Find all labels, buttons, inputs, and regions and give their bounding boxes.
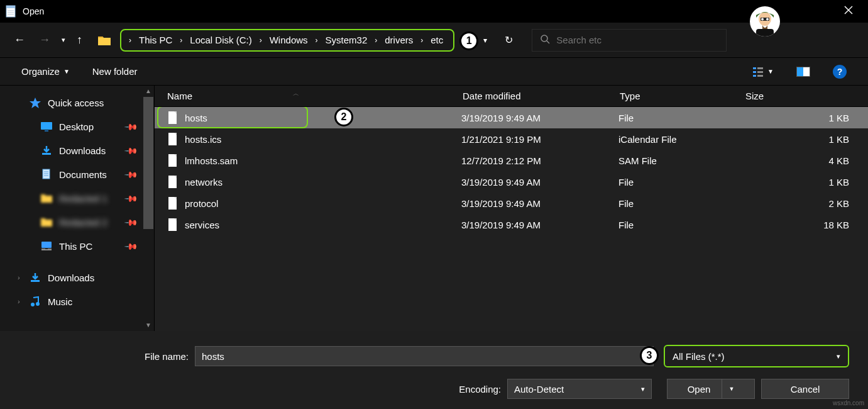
preview-pane-button[interactable] — [796, 67, 810, 77]
sidebar-item-downloads[interactable]: Downloads 📌 — [0, 138, 154, 162]
svg-marker-20 — [30, 98, 41, 108]
file-row[interactable]: hosts.ics1/21/2021 9:19 PMiCalendar File… — [155, 128, 868, 150]
sidebar-section-music[interactable]: › Music — [0, 289, 154, 313]
encoding-value: Auto-Detect — [514, 384, 564, 395]
open-split-dropdown[interactable]: ▼ — [722, 379, 734, 398]
svg-point-9 — [761, 18, 764, 21]
notepad-icon — [5, 4, 18, 18]
file-row[interactable]: lmhosts.sam12/7/2019 2:12 PMSAM File4 KB — [155, 150, 868, 171]
organize-menu[interactable]: Organize ▼ — [21, 66, 70, 77]
svg-rect-34 — [168, 111, 177, 124]
annotation-2: 2 — [334, 108, 353, 126]
search-box[interactable] — [532, 29, 727, 52]
close-button[interactable] — [834, 1, 863, 22]
search-icon — [540, 34, 550, 47]
nav-bar: ← → ▾ ↑ › This PC › Local Disk (C:) › Wi… — [0, 23, 868, 58]
cancel-label: Cancel — [791, 384, 820, 395]
sidebar-item-redacted[interactable]: Redacted 1 📌 — [0, 186, 154, 210]
file-type: File — [618, 177, 744, 188]
filename-input[interactable] — [195, 346, 654, 366]
sidebar: Quick access Desktop 📌 Downloads 📌 Docum… — [0, 86, 155, 331]
watermark: wsxdn.com — [833, 400, 864, 406]
help-button[interactable]: ? — [833, 65, 847, 79]
sidebar-label: Redacted 2 — [59, 217, 107, 228]
window-title: Open — [23, 6, 44, 16]
chevron-right-icon: › — [314, 36, 319, 45]
file-name: networks — [185, 177, 461, 188]
chevron-right-icon: › — [258, 36, 263, 45]
breadcrumb[interactable]: › This PC › Local Disk (C:) › Windows › … — [120, 29, 454, 52]
encoding-select[interactable]: Auto-Detect ▾ — [507, 379, 652, 399]
forward-button[interactable]: → — [35, 31, 54, 49]
file-type: File — [618, 113, 744, 123]
svg-rect-18 — [753, 75, 756, 77]
file-date: 1/21/2021 9:19 PM — [461, 134, 618, 145]
cancel-button[interactable]: Cancel — [761, 379, 849, 399]
history-dropdown[interactable]: ▾ — [60, 36, 67, 44]
svg-rect-28 — [41, 242, 52, 248]
sidebar-quick-access[interactable]: Quick access — [0, 91, 154, 115]
col-size[interactable]: Size — [745, 91, 868, 101]
scroll-down-icon[interactable]: ▼ — [143, 320, 154, 331]
chevron-right-icon: › — [419, 36, 424, 45]
sidebar-label: Downloads — [59, 145, 106, 156]
chevron-down-icon: ▼ — [63, 68, 70, 75]
crumb-drivers[interactable]: drivers — [381, 33, 417, 47]
file-icon — [167, 154, 179, 167]
preview-pane-icon — [796, 67, 810, 77]
file-icon — [167, 218, 179, 232]
sidebar-item-desktop[interactable]: Desktop 📌 — [0, 115, 154, 138]
refresh-button[interactable]: ↻ — [498, 31, 519, 48]
sidebar-label: Quick access — [48, 98, 104, 108]
crumb-local-disk[interactable]: Local Disk (C:) — [186, 33, 255, 47]
open-button[interactable]: Open ▼ — [667, 379, 755, 399]
file-row[interactable]: protocol3/19/2019 9:49 AMFile2 KB — [155, 193, 868, 214]
crumb-this-pc[interactable]: This PC — [135, 33, 176, 47]
crumb-windows[interactable]: Windows — [266, 33, 312, 47]
chevron-right-icon: › — [373, 36, 378, 45]
back-button[interactable]: ← — [10, 31, 29, 49]
file-size: 2 KB — [744, 198, 868, 209]
file-row[interactable]: networks3/19/2019 9:49 AMFile1 KB — [155, 171, 868, 193]
crumb-system32[interactable]: System32 — [322, 33, 371, 47]
sidebar-section-downloads[interactable]: › Downloads — [0, 266, 154, 289]
sidebar-scrollbar[interactable]: ▲ ▼ — [143, 86, 154, 331]
filename-label: File name: — [19, 351, 189, 362]
file-name: lmhosts.sam — [185, 155, 461, 166]
sidebar-item-documents[interactable]: Documents 📌 — [0, 162, 154, 186]
address-dropdown[interactable]: ▾ — [478, 33, 492, 47]
scroll-thumb[interactable] — [143, 97, 153, 229]
sidebar-item-this-pc[interactable]: This PC 📌 — [0, 234, 154, 258]
file-date: 3/19/2019 9:49 AM — [461, 220, 618, 230]
sidebar-item-redacted[interactable]: Redacted 2 📌 — [0, 210, 154, 234]
file-row[interactable]: hosts3/19/2019 9:49 AMFile1 KB2 — [155, 107, 868, 128]
bottom-panel: File name: 3 All Files (*.*) ▾ Encoding:… — [0, 331, 868, 409]
view-options[interactable]: ▼ — [752, 66, 774, 77]
documents-icon — [40, 169, 53, 180]
this-pc-icon — [40, 240, 53, 252]
chevron-right-icon: › — [128, 36, 133, 45]
sidebar-label: This PC — [59, 241, 92, 252]
file-row[interactable]: services3/19/2019 9:49 AMFile18 KB — [155, 214, 868, 235]
svg-rect-1 — [6, 6, 15, 8]
up-button[interactable]: ↑ — [73, 31, 86, 49]
column-headers: Name︿ Date modified Type Size — [155, 86, 868, 107]
file-size: 18 KB — [744, 220, 868, 230]
chevron-down-icon: ▼ — [767, 68, 774, 75]
file-type-filter[interactable]: All Files (*.*) ▾ — [664, 345, 849, 367]
folder-icon — [40, 216, 53, 228]
scroll-up-icon[interactable]: ▲ — [143, 86, 154, 97]
new-folder-button[interactable]: New folder — [92, 66, 138, 77]
file-icon — [167, 196, 179, 210]
col-name[interactable]: Name︿ — [167, 91, 463, 101]
col-type[interactable]: Type — [620, 91, 745, 101]
crumb-etc[interactable]: etc — [427, 33, 447, 47]
avatar-icon — [750, 6, 780, 36]
svg-rect-30 — [45, 249, 48, 249]
col-date[interactable]: Date modified — [463, 91, 620, 101]
chevron-right-icon: › — [179, 36, 184, 45]
chevron-right-icon: › — [18, 274, 20, 281]
music-icon — [29, 296, 41, 307]
search-input[interactable] — [556, 35, 718, 45]
sidebar-label: Music — [48, 296, 72, 307]
